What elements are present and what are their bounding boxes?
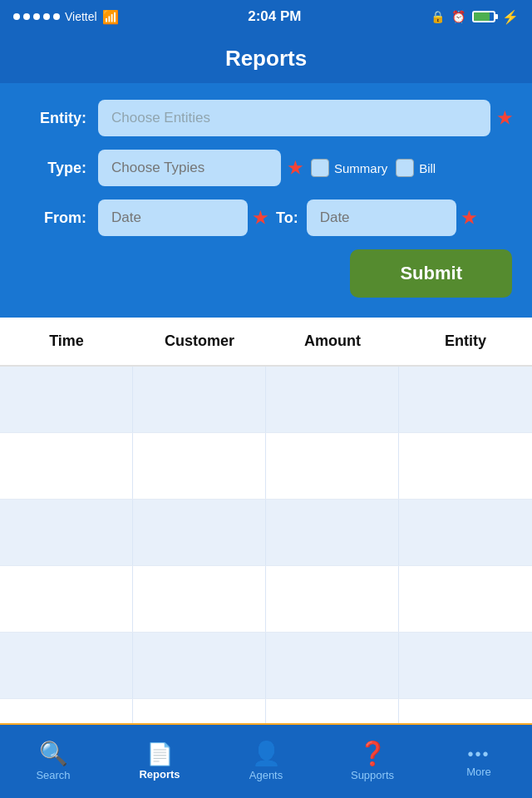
agents-icon: 👤 — [252, 742, 281, 766]
wifi-icon: 📶 — [102, 9, 119, 25]
cell-amount — [266, 500, 399, 565]
table-area: Time Customer Amount Entity — [0, 318, 532, 766]
from-label: From: — [20, 209, 86, 227]
lock-icon: 🔒 — [431, 10, 445, 23]
reports-icon: 📄 — [146, 743, 173, 765]
alarm-icon: ⏰ — [451, 10, 466, 23]
type-input-wrap: ★ Summary Bill — [98, 150, 436, 186]
supports-icon: ❓ — [358, 742, 387, 766]
from-required: ★ — [253, 208, 268, 228]
search-icon: 🔍 — [39, 742, 68, 766]
table-row — [0, 566, 532, 633]
more-icon: ••• — [467, 746, 490, 762]
status-right: 🔒 ⏰ ⚡ — [431, 9, 519, 25]
entity-row: Entity: ★ — [20, 100, 512, 136]
col-customer: Customer — [133, 318, 266, 365]
tab-supports[interactable]: ❓ Supports — [319, 725, 426, 798]
entity-label: Entity: — [20, 110, 86, 127]
tab-search[interactable]: 🔍 Search — [0, 725, 106, 798]
cell-customer — [133, 566, 266, 632]
cell-entity — [399, 433, 532, 499]
page-header: Reports — [0, 33, 532, 83]
cell-time — [0, 500, 133, 565]
tab-bar: 🔍 Search 📄 Reports 👤 Agents ❓ Supports •… — [0, 723, 532, 798]
cell-entity — [399, 367, 532, 432]
cell-time — [0, 633, 133, 698]
col-amount: Amount — [266, 318, 399, 365]
cell-time — [0, 433, 133, 499]
cell-entity — [399, 500, 532, 565]
tab-agents[interactable]: 👤 Agents — [213, 725, 319, 798]
table-body — [0, 367, 532, 766]
bill-label: Bill — [419, 161, 436, 175]
summary-checkbox[interactable] — [311, 159, 329, 177]
page-title: Reports — [225, 46, 307, 71]
bill-checkbox-item[interactable]: Bill — [396, 159, 436, 177]
table-row — [0, 633, 532, 699]
tab-more[interactable]: ••• More — [426, 725, 532, 798]
from-date-input[interactable] — [98, 200, 248, 236]
checkboxes: Summary Bill — [311, 159, 436, 177]
table-header: Time Customer Amount Entity — [0, 318, 532, 367]
tab-reports-label: Reports — [139, 768, 180, 781]
to-date-input[interactable] — [307, 200, 456, 236]
signal-dots — [13, 13, 60, 20]
summary-checkbox-item[interactable]: Summary — [311, 159, 387, 177]
cell-entity — [399, 566, 532, 632]
type-input[interactable] — [98, 150, 281, 186]
cell-amount — [266, 566, 399, 632]
type-label: Type: — [20, 160, 86, 177]
cell-customer — [133, 500, 266, 565]
tab-more-label: More — [466, 766, 491, 778]
tab-search-label: Search — [36, 769, 70, 781]
tab-agents-label: Agents — [249, 769, 283, 781]
tab-reports[interactable]: 📄 Reports — [106, 725, 213, 798]
form-area: Entity: ★ Type: ★ Summary Bill From: ★ — [0, 83, 532, 318]
col-entity: Entity — [399, 318, 532, 365]
cell-time — [0, 566, 133, 632]
type-required: ★ — [288, 158, 303, 178]
to-required: ★ — [461, 208, 476, 228]
carrier-label: Viettel — [65, 10, 97, 23]
cell-customer — [133, 367, 266, 432]
date-row: From: ★ To: ★ — [20, 200, 512, 236]
cell-amount — [266, 433, 399, 499]
cell-entity — [399, 633, 532, 698]
cell-amount — [266, 367, 399, 432]
submit-button[interactable]: Submit — [350, 249, 512, 298]
battery-icon — [472, 11, 495, 22]
submit-row: Submit — [20, 249, 512, 298]
status-bar: Viettel 📶 2:04 PM 🔒 ⏰ ⚡ — [0, 0, 532, 33]
table-row — [0, 500, 532, 566]
table-row — [0, 367, 532, 433]
col-time: Time — [0, 318, 133, 365]
to-label: To: — [276, 209, 298, 227]
bill-checkbox[interactable] — [396, 159, 414, 177]
cell-customer — [133, 433, 266, 499]
type-row: Type: ★ Summary Bill — [20, 150, 512, 186]
cell-amount — [266, 633, 399, 698]
tab-supports-label: Supports — [351, 769, 394, 781]
cell-customer — [133, 633, 266, 698]
entity-input[interactable] — [98, 100, 490, 136]
entity-required: ★ — [497, 108, 512, 128]
table-row — [0, 433, 532, 500]
charging-icon: ⚡ — [502, 9, 519, 25]
summary-label: Summary — [334, 161, 387, 175]
status-left: Viettel 📶 — [13, 9, 119, 25]
cell-time — [0, 367, 133, 432]
time-label: 2:04 PM — [248, 8, 301, 25]
